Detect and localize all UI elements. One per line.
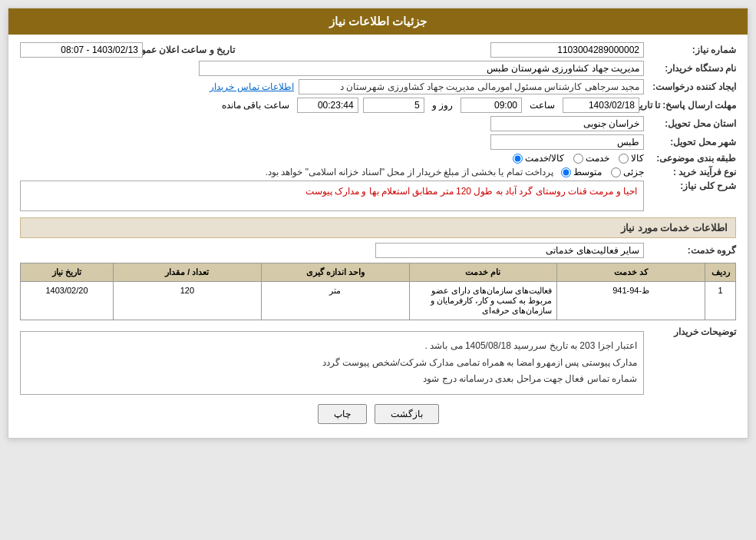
tabaqe-label: طبقه بندی موضوعی: — [644, 153, 736, 164]
radio-kala-khadamat[interactable]: کالا/خدمت — [513, 153, 564, 164]
mottaset-label: متوسط — [573, 167, 602, 177]
kala-label: کالا — [631, 153, 644, 164]
cell-name: فعالیت‌های سازمان‌های دارای عضو مربوط به… — [409, 282, 557, 320]
row-ostan: استان محل تحویل: خراسان جنوبی — [20, 116, 736, 131]
col-tarikh: تاریخ نیاز — [21, 263, 113, 281]
cell-kod: ط-94-941 — [556, 282, 705, 320]
col-radif: ردیف — [705, 263, 735, 281]
khadamat-label: خدمت — [586, 153, 609, 164]
mohlat-label: مهلت ارسال پاسخ: تا تاریخ: — [644, 100, 736, 111]
cell-radif: 1 — [705, 282, 735, 320]
row-mohlat: مهلت ارسال پاسخ: تا تاریخ: 1403/02/18 سا… — [20, 98, 736, 113]
radio-mottaset-input[interactable] — [561, 167, 571, 177]
tabaqe-radio-group: کالا خدمت کالا/خدمت — [513, 153, 644, 164]
radio-khadamat-input[interactable] — [573, 154, 583, 164]
sharh-label: شرح کلی نیاز: — [644, 181, 736, 191]
ijadkonande-value: مجید سرجاهی کارشناس مسئول امورمالی مدیری… — [299, 79, 644, 94]
row-shahr: شهر محل تحویل: طبس — [20, 134, 736, 150]
kala-khadamat-label: کالا/خدمت — [525, 153, 564, 164]
radio-jozei-input[interactable] — [611, 167, 621, 177]
radio-kalakhadamat-input[interactable] — [513, 154, 523, 164]
content-area: شماره نیاز: 1103004289000002 تاریخ و ساع… — [8, 35, 748, 438]
ostan-label: استان محل تحویل: — [644, 118, 736, 129]
row-tabaqe: طبقه بندی موضوعی: کالا خدمت کالا/خدمت — [20, 153, 736, 164]
print-button[interactable]: چاپ — [318, 404, 367, 424]
shomare-niaz-label: شماره نیاز: — [644, 45, 736, 55]
table-row: 1 ط-94-941 فعالیت‌های سازمان‌های دارای ع… — [20, 281, 736, 320]
page-title: جزئیات اطلاعات نیاز — [329, 15, 427, 28]
info-khadamat-section-title: اطلاعات خدمات مورد نیاز — [20, 217, 736, 238]
grouh-value: سایر فعالیت‌های خدماتی — [375, 243, 644, 258]
roz-label: روز و — [432, 100, 453, 111]
radio-mottaset[interactable]: متوسط — [561, 167, 602, 177]
radio-kala-input[interactable] — [619, 154, 629, 164]
saat-value: 09:00 — [461, 98, 522, 113]
row-shomare-tarikh: شماره نیاز: 1103004289000002 تاریخ و ساع… — [20, 42, 736, 58]
main-container: جزئیات اطلاعات نیاز شماره نیاز: 11030042… — [8, 8, 748, 439]
grid-header: ردیف کد خدمت نام خدمت واحد اندازه گیری ت… — [20, 263, 736, 281]
radio-jozei[interactable]: جزئی — [611, 167, 644, 177]
col-kod: کد خدمت — [556, 263, 705, 281]
row-nave-farayand: نوع فرآیند خرید : جزئی متوسط پرداخت تمام… — [20, 167, 736, 177]
saat-label: ساعت — [530, 100, 555, 111]
row-sharh: شرح کلی نیاز: احیا و مرمت قنات روستای گر… — [20, 181, 736, 211]
radio-kala[interactable]: کالا — [619, 153, 644, 164]
tozihat-text: اعتبار اجزا 203 به تاریخ سررسید 1405/08/… — [322, 340, 637, 384]
row-ijadkonande: ایجاد کننده درخواست: مجید سرجاهی کارشناس… — [20, 79, 736, 94]
tarikh-value: 1403/02/18 — [563, 98, 639, 113]
tarikh-elam-label: تاریخ و ساعت اعلان عمومی: — [143, 45, 235, 55]
row-grouh: گروه خدمت: سایر فعالیت‌های خدماتی — [20, 243, 736, 258]
ijadkonande-label: ایجاد کننده درخواست: — [644, 81, 736, 92]
col-name: نام خدمت — [409, 263, 557, 281]
row-tozihat: توضیحات خریدار اعتبار اجزا 203 به تاریخ … — [20, 326, 736, 395]
services-grid: ردیف کد خدمت نام خدمت واحد اندازه گیری ت… — [20, 263, 736, 320]
page-header: جزئیات اطلاعات نیاز — [8, 8, 748, 35]
row-namdastgah: نام دستگاه خریدار: مدیریت جهاد کشاورزی ش… — [20, 61, 736, 76]
namdastgah-label: نام دستگاه خریدار: — [644, 63, 736, 74]
namdastgah-value: مدیریت جهاد کشاورزی شهرستان طبس — [199, 61, 644, 76]
farayand-radio-group: جزئی متوسط — [561, 167, 644, 177]
col-tedad: تعداد / مقدار — [113, 263, 261, 281]
saat-mande-value: 00:23:44 — [297, 98, 358, 113]
ostan-value: خراسان جنوبی — [490, 116, 644, 131]
shomare-niaz-value: 1103004289000002 — [490, 42, 644, 58]
col-vahed: واحد اندازه گیری — [261, 263, 409, 281]
nave-farayand-label: نوع فرآیند خرید : — [644, 167, 736, 177]
jozei-label: جزئی — [623, 167, 644, 177]
shahr-label: شهر محل تحویل: — [644, 137, 736, 147]
roz-value: 5 — [363, 98, 424, 113]
tozihat-value: اعتبار اجزا 203 به تاریخ سررسید 1405/08/… — [20, 331, 644, 395]
cell-tarikh: 1403/02/20 — [21, 282, 113, 320]
back-button[interactable]: بازگشت — [375, 404, 439, 424]
shahr-value: طبس — [490, 134, 644, 150]
sharh-value: احیا و مرمت قنات روستای گرد آباد به طول … — [20, 181, 644, 211]
ettelaat-tamas-link[interactable]: اطلاعات تماس خریدار — [210, 81, 294, 92]
saat-mande-label: ساعت باقی مانده — [222, 100, 289, 111]
cell-vahed: متر — [261, 282, 409, 320]
tarikh-elam-value: 1403/02/13 - 08:07 — [20, 42, 143, 58]
tozihat-label: توضیحات خریدار — [644, 326, 736, 337]
farayand-desc: پرداخت تمام یا بخشی از مبلغ خریدار از مح… — [266, 167, 553, 177]
cell-tedad: 120 — [113, 282, 261, 320]
button-row: بازگشت چاپ — [20, 404, 736, 424]
radio-khadamat[interactable]: خدمت — [573, 153, 609, 164]
grouh-label: گروه خدمت: — [644, 245, 736, 256]
